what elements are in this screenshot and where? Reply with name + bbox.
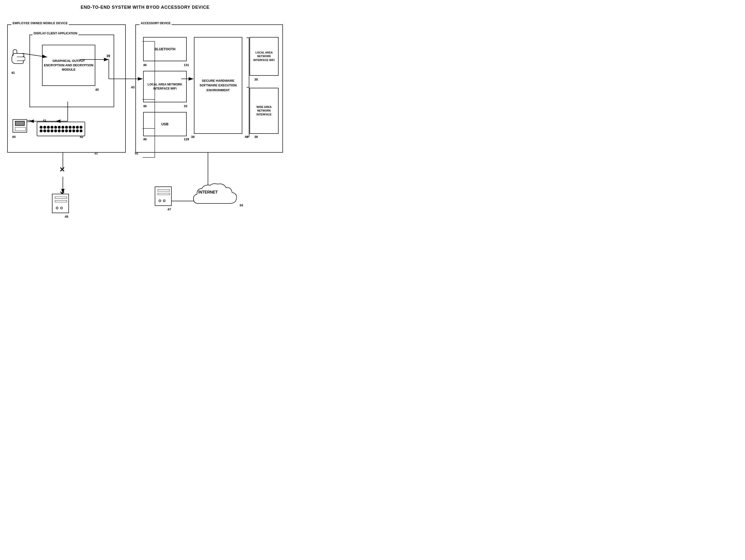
hand-icon	[11, 47, 25, 67]
lan-wifi-right-label: LOCAL AREA NETWORK INTERFACE WiFi	[250, 51, 278, 62]
num-43: 43	[131, 85, 134, 89]
server-left: 45	[52, 194, 69, 217]
secure-hardware-label: SECURE HARDWARE SOFTWARE EXECUTION ENVIR…	[194, 79, 242, 93]
usb-label: USB	[161, 122, 168, 126]
lan-wifi-right-box: LOCAL AREA NETWORK INTERFACE WiFi	[250, 37, 279, 76]
keyboard-icon	[37, 122, 85, 136]
num-131: 131	[184, 63, 189, 67]
internet-label: INTERNET	[198, 190, 218, 194]
secure-hardware-box: SECURE HARDWARE SOFTWARE EXECUTION ENVIR…	[194, 37, 242, 134]
num-46c: 46	[143, 137, 147, 141]
wan-right-label: WIDE AREA NETWORK INTERFACE	[250, 105, 278, 116]
num-37: 37	[27, 119, 30, 123]
page-title: END-TO-END SYSTEM WITH BYOD ACCESSORY DE…	[5, 5, 285, 10]
lan-wifi-accessory-label: LOCAL AREA NETWORK INTERFACE WiFi	[143, 83, 186, 91]
employee-device-label: EMPLOYEE OWNED MOBILE DEVICE	[11, 22, 69, 25]
employee-device-box: EMPLOYEE OWNED MOBILE DEVICE DISPLAY CLI…	[7, 25, 126, 153]
accessory-device-label: ACCESSORY DEVICE	[139, 22, 172, 25]
num-42: 42	[80, 135, 83, 138]
encryption-label: GRAPHICAL OUTPUT ENCRYPTION AND DECRYPTI…	[42, 59, 95, 72]
num-41-top: 41	[43, 119, 46, 122]
num-40: 40	[95, 88, 99, 91]
num-38: 38	[191, 135, 194, 138]
internet-cloud: INTERNET 34	[189, 182, 242, 212]
num-36: 36	[254, 135, 258, 138]
accessory-device-box: ACCESSORY DEVICE BLUETOOTH 46 131 LOCAL …	[135, 25, 283, 153]
num-41-left: 41	[11, 71, 15, 74]
storage-icon	[12, 119, 27, 132]
num-34: 34	[239, 204, 243, 207]
server-center: 47	[155, 187, 172, 210]
bluetooth-box: BLUETOOTH	[143, 37, 187, 61]
num-32: 32	[135, 151, 138, 155]
usb-box: USB	[143, 112, 187, 136]
lan-wifi-accessory-box: LOCAL AREA NETWORK INTERFACE WiFi	[143, 71, 187, 102]
num-46b: 46	[143, 104, 147, 108]
num-33: 33	[184, 104, 187, 108]
encryption-box: GRAPHICAL OUTPUT ENCRYPTION AND DECRYPTI…	[42, 45, 95, 86]
display-client-box: DISPLAY CLIENT APPLICATION GRAPHICAL OUT…	[30, 35, 114, 107]
num-35: 35	[254, 77, 258, 81]
svg-text:✕: ✕	[59, 166, 65, 174]
num-44: 44	[12, 135, 15, 138]
bracket-svg	[247, 36, 252, 138]
wan-right-box: WIDE AREA NETWORK INTERFACE	[250, 88, 279, 134]
num-47: 47	[168, 208, 171, 211]
num-129: 129	[184, 137, 189, 141]
num-46a: 46	[143, 63, 147, 67]
display-client-label: DISPLAY CLIENT APPLICATION	[32, 32, 78, 35]
bluetooth-label: BLUETOOTH	[155, 47, 175, 51]
num-31: 31	[94, 151, 98, 155]
num-45: 45	[65, 215, 68, 218]
